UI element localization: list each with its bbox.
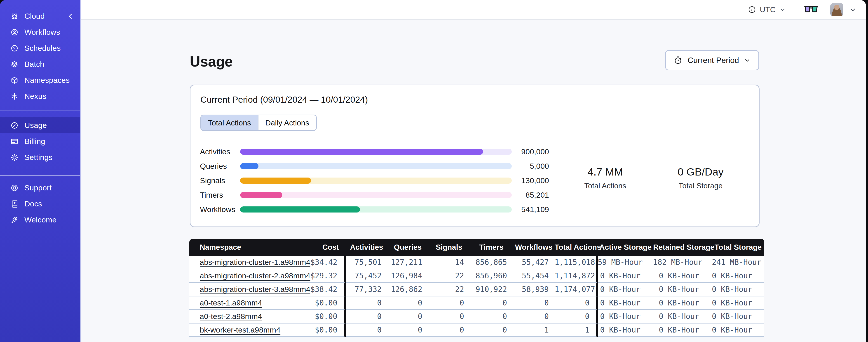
sidebar-item-label: Docs (24, 199, 74, 208)
namespace-link[interactable]: a0-test-2.a98mm4 (200, 312, 262, 320)
batch-icon (10, 60, 19, 68)
column-header-namespace: Namespace (189, 239, 304, 256)
cell-timers: 0 (470, 323, 513, 337)
bar-track (240, 177, 512, 184)
sidebar-item-nexus[interactable]: Nexus (0, 88, 80, 104)
sidebar-item-workflows[interactable]: Workflows (0, 24, 80, 40)
sidebar-item-support[interactable]: Support (0, 180, 80, 196)
cell-activities: 75,452 (346, 269, 388, 283)
sidebar-item-welcome[interactable]: Welcome (0, 212, 80, 228)
cell-workflows: 55,427 (513, 256, 555, 269)
sidebar-item-settings[interactable]: Settings (0, 149, 80, 165)
namespace-link[interactable]: bk-worker-test.a98mm4 (200, 326, 280, 334)
sidebar-item-batch[interactable]: Batch (0, 56, 80, 72)
usage-summary-card: Current Period (09/01/2024 — 10/01/2024)… (190, 84, 760, 227)
actions-bar-chart: Activities 900,000 Queries 5,000 Signals… (200, 144, 549, 216)
sidebar-item-schedules[interactable]: Schedules (0, 40, 80, 56)
cell-total-actions: 1,115,018 (555, 256, 598, 269)
chevron-down-icon (744, 57, 751, 64)
donut-label: Total Actions (584, 181, 626, 190)
bar-value: 900,000 (512, 147, 549, 156)
cell-active-storage: 0 KB-Hour (598, 269, 653, 283)
account-menu-chevron-icon[interactable] (849, 6, 857, 13)
sidebar-item-label: Support (24, 183, 74, 192)
sidebar: Cloud Workflows Schedules Batch (0, 0, 81, 342)
tab-total-actions[interactable]: Total Actions (201, 115, 258, 130)
cell-timers: 856,960 (470, 269, 513, 283)
sidebar-item-label: Workflows (24, 28, 74, 37)
namespaces-icon (10, 76, 19, 84)
column-header-total-actions: Total Actions (555, 239, 598, 256)
billing-card-icon (10, 137, 19, 145)
bar-track (240, 206, 512, 212)
usage-gauge-icon (10, 122, 19, 130)
cell-total-actions: 0 (555, 297, 598, 310)
stopwatch-icon (674, 56, 683, 65)
avatar[interactable] (830, 3, 843, 16)
app-window: Cloud Workflows Schedules Batch (0, 0, 866, 342)
cell-signals: 22 (428, 269, 470, 283)
cell-total-storage: 241 MB-Hour (712, 256, 764, 269)
table-row: abs-migration-cluster-1.a98mm4 $34.42 75… (189, 256, 764, 269)
cell-total-actions: 1 (555, 323, 598, 337)
sidebar-item-billing[interactable]: Billing (0, 133, 80, 149)
sidebar-item-docs[interactable]: Docs (0, 196, 80, 212)
chevron-down-icon (779, 6, 786, 13)
nexus-icon (10, 92, 19, 100)
cell-workflows: 1 (513, 323, 555, 337)
cell-signals: 14 (428, 256, 470, 269)
column-header-total-storage: Total Storage (712, 239, 764, 256)
content-area: Usage Current Period Current Period (09/… (81, 20, 866, 342)
cell-active-storage: 0 KB-Hour (598, 310, 653, 323)
welcome-rocket-icon (10, 216, 19, 224)
reader-glasses-icon[interactable] (804, 5, 818, 14)
table-row: abs-migration-cluster-2.a98mm4 $29.32 75… (189, 269, 764, 283)
period-selector-button[interactable]: Current Period (665, 50, 759, 70)
cell-total-actions: 0 (555, 310, 598, 323)
namespace-link[interactable]: a0-test-1.a98mm4 (200, 299, 262, 307)
bar-fill (240, 206, 360, 212)
sidebar-item-usage[interactable]: Usage (0, 117, 80, 133)
sidebar-item-label: Namespaces (24, 76, 74, 84)
bar-track (240, 192, 512, 198)
cell-total-storage: 0 KB-Hour (712, 283, 764, 297)
cell-total-storage: 0 KB-Hour (712, 269, 764, 283)
cell-activities: 0 (346, 297, 388, 310)
namespace-link[interactable]: abs-migration-cluster-3.a98mm4 (200, 285, 310, 294)
sidebar-item-namespaces[interactable]: Namespaces (0, 72, 80, 88)
bar-row-activities: Activities 900,000 (200, 144, 549, 159)
bar-fill (240, 163, 258, 169)
timezone-selector[interactable]: UTC (748, 5, 786, 14)
cell-timers: 910,922 (470, 283, 513, 297)
bar-value: 130,000 (512, 176, 549, 185)
column-header-activities: Activities (346, 239, 388, 256)
timezone-label: UTC (760, 5, 776, 14)
cell-workflows: 0 (513, 297, 555, 310)
namespace-link[interactable]: abs-migration-cluster-1.a98mm4 (200, 258, 310, 266)
table-row: abs-migration-cluster-3.a98mm4 $38.42 77… (189, 283, 764, 297)
sidebar-collapse-icon[interactable] (67, 12, 74, 20)
sidebar-item-label: Welcome (24, 215, 74, 224)
clock-icon (748, 5, 756, 14)
cell-timers: 0 (470, 310, 513, 323)
namespace-link[interactable]: abs-migration-cluster-2.a98mm4 (200, 271, 310, 280)
sidebar-item-label: Billing (24, 137, 74, 146)
cell-active-storage: 0 KB-Hour (598, 323, 653, 337)
cell-queries: 0 (388, 323, 428, 337)
tab-daily-actions[interactable]: Daily Actions (258, 115, 316, 130)
column-header-queries: Queries (388, 239, 428, 256)
cell-cost: $0.00 (304, 323, 346, 337)
cell-total-storage: 0 KB-Hour (712, 310, 764, 323)
bar-row-signals: Signals 130,000 (200, 173, 549, 188)
sidebar-brand-cloud[interactable]: Cloud (0, 8, 80, 24)
bar-fill (240, 192, 282, 198)
cell-signals: 0 (428, 310, 470, 323)
actions-view-tabs: Total Actions Daily Actions (200, 114, 317, 131)
card-title: Current Period (09/01/2024 — 10/01/2024) (200, 95, 368, 105)
table-row: a0-test-1.a98mm4 $0.00 0 0 0 0 0 0 0 KB-… (189, 297, 764, 310)
bar-value: 5,000 (512, 162, 549, 171)
bar-value: 541,109 (512, 205, 549, 214)
bar-label: Signals (200, 176, 240, 185)
cell-signals: 22 (428, 283, 470, 297)
bar-label: Activities (200, 147, 240, 156)
